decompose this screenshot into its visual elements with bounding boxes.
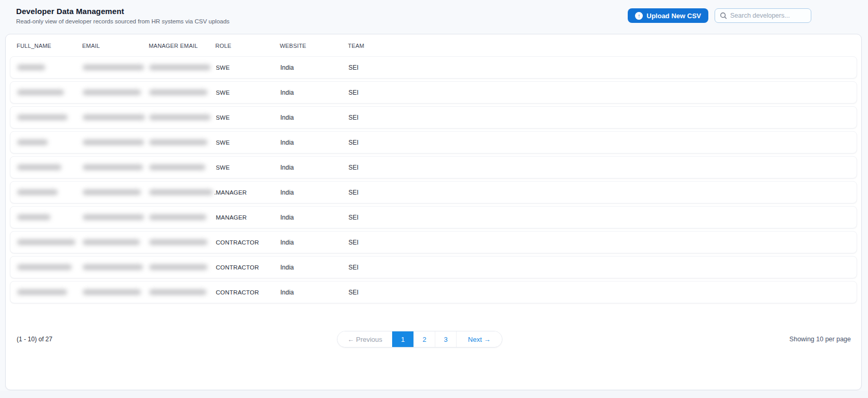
page-title: Developer Data Management [16,7,229,16]
redacted-manager-email [149,239,208,245]
cell-full-name [17,164,83,170]
column-header: MANAGER EMAIL [149,43,215,49]
redacted-manager-email [149,289,206,295]
cell-email [83,114,149,120]
redacted-manager-email [149,89,208,95]
cell-role: SWE [216,89,280,96]
previous-page-button[interactable]: ← Previous [338,331,392,347]
redacted-email [83,214,144,220]
per-page-label: Showing 10 per page [789,336,851,343]
page-number-button[interactable]: 1 [392,331,413,347]
cell-website: India [280,139,348,146]
next-page-button[interactable]: Next → [456,331,502,347]
redacted-email [83,65,144,70]
cell-manager-email [149,264,216,270]
search-box[interactable] [715,8,811,23]
upload-button-label: Upload New CSV [646,12,701,20]
cell-team: SEI [348,189,857,196]
cell-team: SEI [348,64,857,71]
cell-website: India [280,64,348,71]
cell-website: India [280,89,348,96]
table-row: SWE India SEI [10,56,857,79]
cell-team: SEI [348,214,857,221]
table-row: CONTRACTOR India SEI [10,256,857,278]
cell-manager-email [149,65,216,70]
result-range-label: (1 - 10) of 27 [17,336,53,343]
redacted-manager-email [149,164,205,170]
developers-table-card: FULL_NAME EMAIL MANAGER EMAIL ROLE WEBSI… [5,34,862,390]
page-subtitle: Read-only view of developer records sour… [16,18,229,24]
cell-email [83,239,149,245]
redacted-manager-email [149,264,208,270]
page-header: Developer Data Management Read-only view… [16,7,811,24]
cell-email [83,289,149,295]
cell-role: SWE [216,65,280,71]
cell-email [83,65,149,70]
cell-role: CONTRACTOR [216,264,280,271]
redacted-full-name [17,214,50,220]
redacted-email [83,239,140,245]
column-header: EMAIL [82,43,149,49]
cell-email [83,214,149,220]
column-header: TEAM [348,43,861,49]
cell-full-name [17,114,83,120]
table-row: SWE India SEI [10,131,857,153]
table-header-row: FULL_NAME EMAIL MANAGER EMAIL ROLE WEBSI… [6,35,861,56]
cell-full-name [17,264,83,270]
title-block: Developer Data Management Read-only view… [16,7,229,24]
redacted-email [83,114,145,120]
cell-role: SWE [216,164,280,171]
cell-manager-email [149,89,216,95]
redacted-full-name [17,289,67,295]
redacted-email [83,289,141,295]
cell-full-name [17,65,83,70]
cell-role: MANAGER [216,189,280,196]
redacted-manager-email [149,214,206,220]
search-icon [720,12,727,19]
cell-email [83,164,149,170]
cell-team: SEI [348,139,857,146]
cell-manager-email [149,239,216,245]
redacted-full-name [17,89,64,95]
table-row: SWE India SEI [10,106,857,129]
table-row: MANAGER India SEI [10,206,857,228]
page-number-button[interactable]: 3 [435,331,456,347]
redacted-manager-email [149,189,213,195]
redacted-full-name [17,114,68,120]
cell-website: India [280,214,348,221]
cell-full-name [17,189,83,195]
redacted-full-name [17,264,72,270]
cell-website: India [280,239,348,246]
table-row: CONTRACTOR India SEI [10,281,857,303]
cell-full-name [17,214,83,220]
redacted-manager-email [149,114,211,120]
cell-website: India [280,114,348,121]
page-bottom-strip [0,391,868,398]
table-body: SWE India SEI SWE India SEI SWE India [6,56,861,303]
cell-team: SEI [348,264,857,271]
redacted-full-name [17,139,48,145]
page-number-button[interactable]: 2 [413,331,435,347]
redacted-full-name [17,65,45,70]
cell-full-name [17,239,83,245]
cell-manager-email [149,139,216,145]
redacted-full-name [17,189,58,195]
page-buttons: 1 2 3 [392,331,456,347]
search-input[interactable] [730,12,806,19]
cell-team: SEI [348,164,857,171]
redacted-full-name [17,164,61,170]
cell-website: India [280,289,348,296]
cell-role: MANAGER [216,214,280,221]
table-row: SWE India SEI [10,81,857,104]
cell-full-name [17,89,83,95]
cell-full-name [17,289,83,295]
upload-new-csv-button[interactable]: ↑ Upload New CSV [628,8,708,23]
upload-icon: ↑ [635,12,643,20]
table-row: CONTRACTOR India SEI [10,231,857,253]
pagination-bar: (1 - 10) of 27 ← Previous 1 2 3 Next → S… [6,331,861,348]
column-header: ROLE [215,43,280,49]
cell-role: CONTRACTOR [216,289,280,296]
table-row: SWE India SEI [10,156,857,178]
redacted-email [83,189,141,195]
cell-email [83,189,149,195]
